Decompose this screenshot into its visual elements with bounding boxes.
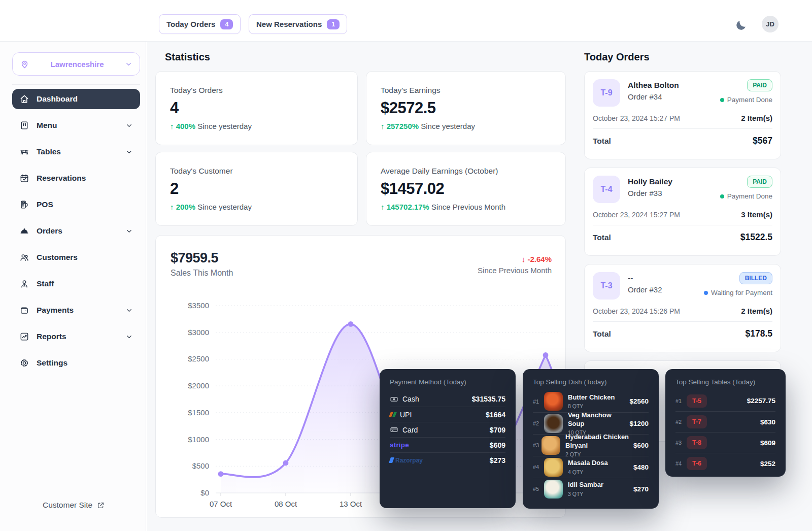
- total-amount: $567: [753, 136, 772, 146]
- customer-name: --: [628, 274, 662, 283]
- sidebar-item-reservations[interactable]: Reservations: [12, 168, 140, 188]
- dark-mode-toggle[interactable]: [732, 17, 750, 34]
- payment-status-text: Payment Done: [727, 192, 772, 200]
- payment-status-text: Payment Done: [727, 96, 772, 104]
- order-items-count: 2 Item(s): [741, 114, 772, 122]
- payment-status-dot: [704, 291, 708, 295]
- sidebar-item-payments[interactable]: Payments: [12, 300, 140, 320]
- order-card[interactable]: T-4 Holly Bailey Order #33 PAID Payment …: [584, 168, 781, 256]
- sidebar-item-label: Reports: [37, 332, 118, 341]
- sidebar-item-customers[interactable]: Customers: [12, 247, 140, 268]
- sidebar-item-staff[interactable]: Staff: [12, 274, 140, 294]
- customer-site-label: Customer Site: [43, 501, 92, 510]
- status-badge: PAID: [747, 79, 772, 91]
- home-icon: [19, 94, 29, 104]
- svg-text:08 Oct: 08 Oct: [275, 500, 297, 508]
- sidebar-item-label: Tables: [37, 147, 118, 156]
- stat-delta: ↑ 200% Since yesterday: [170, 203, 343, 211]
- razorpay-logo: Razorpay: [390, 457, 423, 464]
- sidebar-item-dashboard[interactable]: Dashboard: [12, 89, 140, 109]
- order-items-count: 3 Item(s): [741, 210, 772, 219]
- payment-amount: $273: [490, 456, 505, 464]
- table-badge: T-5: [687, 394, 707, 408]
- payment-method-row: Cash $31535.75: [390, 391, 505, 407]
- order-number: Order #32: [628, 285, 662, 294]
- table-amount: $609: [760, 439, 775, 447]
- order-card[interactable]: T-9 Althea Bolton Order #34 PAID Payment…: [584, 71, 781, 159]
- sidebar: Lawrenceshire Dashboard Menu Tables: [0, 42, 146, 531]
- table-badge: T-7: [687, 415, 707, 428]
- calendar-check-icon: [19, 173, 29, 183]
- payment-method-row: Card $709: [390, 422, 505, 437]
- payment-method-row: UPI $1664: [390, 407, 505, 422]
- dish-name: Butter Chicken: [568, 393, 615, 402]
- table-amount: $2257.75: [747, 397, 775, 405]
- today-orders-button[interactable]: Today Orders 4: [159, 14, 241, 34]
- chevron-down-icon: [125, 307, 133, 314]
- dish-qty: 8 QTY: [568, 403, 615, 409]
- dish-name: Masala Dosa: [568, 459, 608, 467]
- staff-icon: [19, 279, 29, 289]
- avatar-initials: JD: [766, 20, 774, 28]
- today-orders-count-badge: 4: [220, 19, 233, 29]
- stat-title: Average Daily Earnings (October): [381, 167, 551, 176]
- sidebar-item-settings[interactable]: Settings: [12, 353, 140, 373]
- dish-qty: 3 QTY: [568, 491, 603, 497]
- svg-text:$0: $0: [200, 488, 209, 497]
- table-badge: T-9: [593, 79, 620, 107]
- delta-arrow-icon: ↑: [170, 122, 174, 130]
- stat-value: 2: [170, 180, 343, 198]
- sidebar-item-label: Settings: [37, 358, 133, 368]
- payment-status-text: Waiting for Payment: [711, 289, 772, 296]
- divider: [593, 225, 772, 225]
- dish-name: Veg Manchow Soup: [568, 411, 630, 428]
- status-badge: BILLED: [739, 272, 772, 284]
- sidebar-item-orders[interactable]: Orders: [12, 221, 140, 241]
- sidebar-item-tables[interactable]: Tables: [12, 142, 140, 162]
- sales-month-value: $7959.5: [171, 250, 218, 266]
- dish-row: #2 Veg Manchow Soup10 QTY $1200: [533, 412, 649, 434]
- total-amount: $178.5: [745, 328, 772, 339]
- dish-photo: [544, 458, 563, 477]
- sidebar-item-menu[interactable]: Menu: [12, 115, 140, 136]
- sidebar-item-label: POS: [37, 200, 133, 209]
- payment-amount: $709: [490, 426, 505, 434]
- stat-value: $2572.5: [381, 99, 551, 117]
- payment-status-dot: [720, 98, 724, 102]
- stat-title: Today's Customer: [170, 167, 343, 176]
- dish-amount: $2560: [629, 397, 649, 405]
- svg-text:$1000: $1000: [188, 435, 209, 444]
- table-rank-row: #1T-5 $2257.75: [675, 390, 775, 411]
- sidebar-item-pos[interactable]: POS: [12, 194, 140, 215]
- stat-value: $1457.02: [381, 180, 551, 198]
- avatar[interactable]: JD: [762, 16, 779, 32]
- payment-status-dot: [720, 194, 724, 198]
- delta-down-arrow-icon: ↓: [522, 255, 526, 263]
- payment-amount: $31535.75: [472, 395, 505, 403]
- sidebar-item-label: Orders: [37, 226, 118, 236]
- delta-arrow-icon: ↑: [170, 203, 174, 211]
- total-label: Total: [593, 233, 611, 242]
- status-badge: PAID: [747, 176, 772, 188]
- order-card[interactable]: T-3 -- Order #32 BILLED Waiting for Paym…: [584, 264, 781, 352]
- sidebar-item-reports[interactable]: Reports: [12, 326, 140, 347]
- report-icon: [19, 331, 29, 342]
- top-selling-dish-title: Top Selling Dish (Today): [533, 378, 649, 386]
- table-icon: [19, 147, 29, 157]
- menu-board-icon: [19, 120, 29, 130]
- stat-card-average-daily-earnings: Average Daily Earnings (October) $1457.0…: [366, 152, 566, 226]
- dish-name: Idli Sambar: [568, 481, 603, 489]
- new-reservations-count-badge: 1: [327, 19, 340, 29]
- location-selector[interactable]: Lawrenceshire: [12, 52, 140, 76]
- order-datetime: October 23, 2024 15:27 PM: [593, 114, 680, 122]
- map-pin-icon: [20, 59, 29, 69]
- top-selling-tables-title: Top Selling Tables (Today): [675, 378, 775, 386]
- chevron-down-icon: [125, 122, 133, 129]
- stat-title: Today's Earnings: [381, 86, 551, 95]
- table-badge: T-3: [593, 272, 620, 300]
- svg-text:$1500: $1500: [188, 408, 209, 417]
- new-reservations-button[interactable]: New Reservations 1: [249, 14, 347, 34]
- svg-text:$2000: $2000: [188, 381, 209, 390]
- customer-site-link[interactable]: Customer Site: [43, 501, 105, 510]
- customer-name: Althea Bolton: [628, 81, 679, 90]
